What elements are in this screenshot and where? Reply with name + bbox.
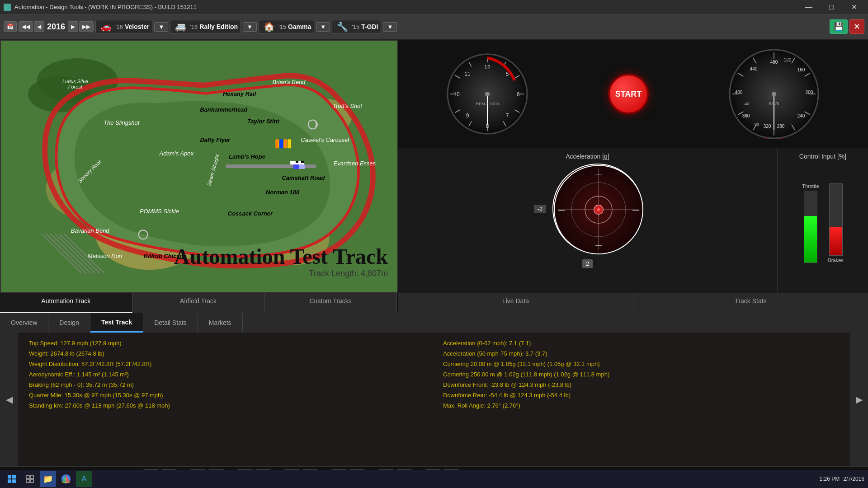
acceleration-title: Acceleration [g] <box>566 153 609 160</box>
accel-indicators: 2 <box>580 258 594 270</box>
file-explorer-icon: 📁 <box>43 474 53 484</box>
app-button[interactable]: A <box>76 471 92 487</box>
car3-dropdown[interactable]: ▼ <box>316 22 330 32</box>
task-view-icon <box>25 474 34 483</box>
tab-test-track[interactable]: Test Track <box>90 313 143 333</box>
car1-icon: 🚗 <box>100 21 112 32</box>
close-button[interactable]: ✕ <box>844 0 864 14</box>
stat-weight: Weight: 2674.8 lb (2674.8 lb) <box>29 350 425 357</box>
svg-text:Bavarian Bend: Bavarian Bend <box>71 227 110 234</box>
control-input-title: Control Input [%] <box>799 153 846 160</box>
svg-text:440: 440 <box>750 66 757 71</box>
accel-svg: — — — — <box>553 164 644 255</box>
toolbar: 📅 ◀◀ ◀ 2016 ▶ ▶▶ 🚗 '16 Veloster ▼ 🚐 '16 … <box>0 14 868 40</box>
svg-text:Matsson Run: Matsson Run <box>88 253 122 259</box>
taskbar-date: 2/7/2016 <box>843 476 864 482</box>
brake-fill <box>830 227 842 255</box>
svg-text:360: 360 <box>742 113 750 118</box>
track-tabs: Automation Track Airfield Track Custom T… <box>0 293 398 313</box>
title-bar: Automation - Design Tools - (WORK IN PRO… <box>4 4 197 11</box>
tab-custom-tracks[interactable]: Custom Tracks <box>264 293 397 313</box>
car1-dropdown[interactable]: ▼ <box>154 22 168 32</box>
next-year-button[interactable]: ▶ <box>68 21 78 32</box>
svg-text:Camshaft Road: Camshaft Road <box>282 174 326 181</box>
car3-year: '15 <box>278 23 286 30</box>
prev-prev-year-button[interactable]: ◀◀ <box>19 21 33 32</box>
svg-text:Forest: Forest <box>68 84 83 89</box>
svg-rect-115 <box>8 475 11 479</box>
combined-tabs: Automation Track Airfield Track Custom T… <box>0 293 868 313</box>
car2-name: Rally Edition <box>199 23 238 30</box>
start-menu-button[interactable] <box>4 471 20 487</box>
page-tabs: Overview Design Test Track Detail Stats … <box>0 313 868 333</box>
prev-arrow-button[interactable]: ◀ <box>0 333 18 466</box>
task-view-button[interactable] <box>22 471 38 487</box>
stat-downforce-rear: Downforce Rear: -54.4 lb @ 124.3 mph (-5… <box>443 392 839 399</box>
throttle-fill <box>804 216 817 263</box>
tab-track-stats[interactable]: Track Stats <box>633 293 868 313</box>
svg-text:Evardsen Esses: Evardsen Esses <box>334 160 376 167</box>
track-title-overlay: Automation Test Track Track Length: 4,80… <box>174 244 388 278</box>
accel-label-left: -2 <box>534 205 547 213</box>
maximize-button[interactable]: □ <box>821 0 842 14</box>
start-button[interactable]: START <box>608 74 649 114</box>
tab-detail-stats[interactable]: Detail Stats <box>143 313 198 333</box>
svg-point-100 <box>772 92 776 96</box>
svg-text:320: 320 <box>763 124 771 129</box>
svg-rect-122 <box>30 479 33 483</box>
taskbar: 📁 A 1:26 PM 2/7/2016 <box>0 470 868 488</box>
speed-gauge: 480 440 400 360 320 280 240 200 160 120 … <box>729 49 819 139</box>
throttle-label: Throttle <box>802 183 819 189</box>
svg-rect-15 <box>279 139 283 148</box>
car1-name: Veloster <box>125 23 149 30</box>
stat-top-speed: Top Speed: 127.9 mph (127.9 mph) <box>29 340 425 347</box>
prev-year-button[interactable]: ◀ <box>34 21 44 32</box>
chrome-button[interactable] <box>58 471 74 487</box>
tab-airfield-track[interactable]: Airfield Track <box>132 293 265 313</box>
minimize-button[interactable]: — <box>798 0 819 14</box>
stat-accel-0-62: Acceleration (0-62 mph): 7.1 (7.1) <box>443 340 839 347</box>
car3-name: Gamma <box>288 23 311 30</box>
next-arrow-button[interactable]: ▶ <box>850 333 868 466</box>
next-next-year-button[interactable]: ▶▶ <box>79 21 94 32</box>
year-label: 2016 <box>47 22 65 32</box>
tab-overview[interactable]: Overview <box>0 313 48 333</box>
svg-text:Hexany Rail: Hexany Rail <box>223 90 256 97</box>
toolbar-close-button[interactable]: ✕ <box>849 19 864 34</box>
save-button[interactable]: 💾 <box>830 19 848 34</box>
file-explorer-button[interactable]: 📁 <box>40 471 56 487</box>
svg-text:Banhammerhead: Banhammerhead <box>200 106 248 113</box>
app-icon <box>4 4 11 11</box>
app-taskbar-icon: A <box>82 475 87 483</box>
svg-text:POMMS Sickle: POMMS Sickle <box>140 208 179 215</box>
svg-text:Taylor Stint: Taylor Stint <box>247 118 279 125</box>
taskbar-time: 1:26 PM <box>820 476 840 482</box>
svg-text:Lamb's Hope: Lamb's Hope <box>229 153 265 160</box>
svg-rect-119 <box>26 475 29 479</box>
tab-design[interactable]: Design <box>48 313 90 333</box>
car2-dropdown[interactable]: ▼ <box>243 22 257 32</box>
car3-section: 🏠 '15 Gamma <box>259 20 314 33</box>
calendar-button[interactable]: 📅 <box>4 21 17 32</box>
svg-rect-13 <box>301 161 304 163</box>
svg-rect-17 <box>288 139 291 148</box>
svg-text:Ludus Silva: Ludus Silva <box>62 79 88 84</box>
tab-automation-track[interactable]: Automation Track <box>0 293 132 313</box>
svg-text:40: 40 <box>745 102 749 106</box>
stats-left-col: Top Speed: 127.9 mph (127.9 mph) Weight:… <box>29 340 425 459</box>
svg-text:120: 120 <box>783 57 791 62</box>
svg-text:—: — <box>595 241 602 249</box>
tab-live-data[interactable]: Live Data <box>398 293 633 313</box>
tab-markets[interactable]: Markets <box>198 313 243 333</box>
car4-section: 🔧 '15 T-GDI <box>332 20 381 33</box>
svg-text:Cossack Corner: Cossack Corner <box>228 211 273 217</box>
svg-text:Daffy Flyer: Daffy Flyer <box>200 136 231 143</box>
svg-rect-14 <box>275 139 279 148</box>
taskbar-right: 1:26 PM 2/7/2016 <box>820 476 864 482</box>
left-panel: Brian's Bend Hexany Rail Trott's Shot Ba… <box>0 40 398 293</box>
svg-text:—: — <box>595 170 602 177</box>
car4-dropdown[interactable]: ▼ <box>383 22 397 32</box>
svg-rect-42 <box>293 164 299 169</box>
speed-gauge-svg: 480 440 400 360 320 280 240 200 160 120 … <box>729 49 819 139</box>
svg-text:Norman 100: Norman 100 <box>266 189 300 196</box>
